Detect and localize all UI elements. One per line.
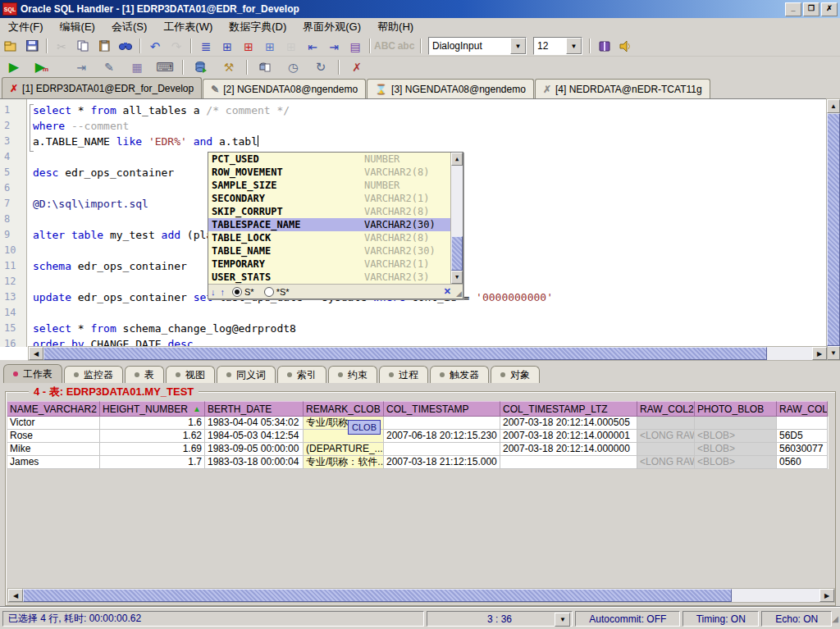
result-tab[interactable]: 视图 (166, 366, 215, 383)
table-cell[interactable]: <LONG RAW> (637, 430, 695, 443)
table-row[interactable]: James1.71983-03-18 00:00:04专业/职称：软件...20… (7, 456, 829, 469)
table-cell[interactable]: 专业/职称：软件... (304, 456, 384, 469)
menu-item[interactable]: 文件(F) (0, 18, 52, 36)
code-line[interactable]: a.TABLE_NAME like 'EDR%' and a.tabl (33, 134, 820, 149)
minimize-button[interactable]: _ (785, 2, 801, 16)
caret-position-combo[interactable]: 3 : 36 ▼ (427, 611, 573, 627)
editor-vertical-scrollbar[interactable]: ▲ ▼ (826, 98, 840, 361)
list-button[interactable]: ▤ (345, 38, 365, 54)
hourglass-icon[interactable]: ⌛ (375, 84, 387, 95)
refresh-grid-button[interactable]: ↻ (311, 59, 331, 75)
table-cell[interactable]: 56D5 (777, 430, 828, 443)
indent-left-button[interactable]: ⇤ (303, 38, 322, 54)
autocomplete-item[interactable]: TABLE_NAMEVARCHAR2(30) (208, 244, 451, 258)
autocomplete-item[interactable]: TABLE_LOCKVARCHAR2(8) (208, 231, 451, 244)
table-cell[interactable]: <BLOB> (695, 430, 777, 443)
maximize-button[interactable]: ❐ (803, 2, 819, 16)
column-header[interactable]: COL_TIMESTAMP_LTZ (500, 401, 637, 417)
console-window-button[interactable]: ⌨ (155, 59, 175, 75)
run-script-button[interactable]: ▶m (32, 59, 52, 75)
indent-right-button[interactable]: ⇥ (324, 38, 344, 54)
table-cell[interactable]: <BLOB> (695, 456, 777, 469)
menu-item[interactable]: 工作表(W) (155, 18, 221, 36)
column-header[interactable]: NAME_VARCHAR2 (7, 401, 100, 417)
code-line[interactable] (33, 305, 820, 321)
timing-status[interactable]: Timing: ON (682, 611, 759, 627)
code-line[interactable]: select * from schema_change_log@edrprodt… (33, 321, 820, 336)
table-cell[interactable] (777, 417, 828, 430)
column-header[interactable]: HEIGHT_NUMBER▲ (100, 401, 205, 417)
table-cell[interactable]: <BLOB> (695, 443, 777, 456)
table-row[interactable]: Rose1.621984-05-03 04:12:542007-06-18 20… (7, 430, 829, 443)
lowercase-button[interactable]: abc (396, 38, 416, 54)
result-tab[interactable]: 监控器 (64, 366, 123, 383)
popup-resize-grip[interactable]: ◢ (456, 289, 462, 298)
table-cell[interactable]: 1.62 (100, 430, 205, 443)
table-cell[interactable]: 2007-03-18 21:12:15.000 (384, 456, 500, 469)
autocommit-status[interactable]: Autocommit: OFF (575, 611, 680, 627)
delete-row-button[interactable]: ⊞ (239, 38, 258, 54)
menu-item[interactable]: 帮助(H) (369, 18, 422, 36)
scroll-down-icon[interactable]: ▼ (827, 346, 840, 360)
save-button[interactable] (22, 38, 42, 54)
table-cell[interactable] (637, 443, 695, 456)
close-red-icon[interactable]: ✗ (10, 83, 18, 94)
table-cell[interactable]: 56030077 (777, 443, 828, 456)
menu-item[interactable]: 数据字典(D) (221, 18, 294, 36)
uppercase-button[interactable]: ABC (375, 38, 395, 54)
table-cell[interactable]: 2007-03-18 20:12:14.000505 (500, 417, 637, 430)
table-cell[interactable]: (DEPARTURE_... (304, 443, 384, 456)
table-cell[interactable]: 1983-09-05 00:00:00 (205, 443, 304, 456)
session-tab[interactable]: ✎[2] NGENDATA08@ngendemo (203, 79, 366, 98)
close-worksheet-button[interactable]: ✗ (347, 59, 367, 75)
result-tab[interactable]: 约束 (328, 366, 377, 383)
session-tab[interactable]: ⌛[3] NGENDATA08@ngendemo (367, 79, 534, 98)
match-prefix-radio[interactable]: S* (232, 287, 254, 297)
autocomplete-item[interactable]: SECONDARYVARCHAR2(1) (208, 192, 451, 205)
cut-button[interactable]: ✂ (52, 38, 71, 54)
result-tab[interactable]: 对象 (491, 366, 540, 383)
session-tab[interactable]: ✗[4] NEDRDATA@nEDR-TCAT11g (535, 79, 710, 98)
table-cell[interactable]: 2007-06-18 20:12:15.230 (384, 430, 500, 443)
insert-col-button[interactable]: ⊞ (260, 38, 280, 54)
code-line[interactable]: where --comment (33, 118, 820, 134)
move-down-icon[interactable]: ↓ (211, 287, 216, 297)
copy-database-button[interactable] (255, 59, 275, 75)
table-row[interactable]: Victor1.61983-04-04 05:34:02专业/职称2007-03… (7, 417, 829, 430)
table-cell[interactable]: 1984-05-03 04:12:54 (205, 430, 304, 443)
tools-button[interactable]: ⚒ (219, 59, 239, 75)
table-cell[interactable]: 2007-03-18 20:12:14.000000 (500, 443, 637, 456)
table-cell[interactable]: Mike (7, 443, 100, 456)
table-cell[interactable]: Victor (7, 417, 100, 430)
database-connect-button[interactable] (191, 59, 211, 75)
column-header[interactable]: COL_TIMESTAMP (384, 401, 500, 417)
autocomplete-scrollbar[interactable]: ▲ ▼ (450, 153, 463, 284)
column-header[interactable]: REMARK_CLOB (304, 401, 384, 417)
insert-row-button[interactable]: ⊞ (217, 38, 237, 54)
table-cell[interactable]: 1.69 (100, 443, 205, 456)
table-cell[interactable]: 2007-03-18 20:12:14.000001 (500, 430, 637, 443)
match-contains-radio[interactable]: *S* (264, 287, 290, 297)
move-up-icon[interactable]: ↑ (221, 287, 226, 297)
column-header[interactable]: RAW_COL2 (637, 401, 695, 417)
autocomplete-item[interactable]: PCT_USEDNUMBER (208, 153, 451, 166)
table-cell[interactable] (500, 456, 637, 469)
close-popup-icon[interactable]: ✕ (444, 286, 451, 297)
editor-hscroll-thumb[interactable] (43, 347, 767, 360)
table-cell[interactable]: 1.6 (100, 417, 205, 430)
open-button[interactable] (1, 38, 21, 54)
autocomplete-item[interactable]: TABLESPACE_NAMEVARCHAR2(30) (208, 218, 451, 231)
autocomplete-item[interactable]: TEMPORARYVARCHAR2(1) (208, 258, 451, 271)
close-button[interactable]: ✗ (821, 2, 838, 16)
font-size-combo[interactable]: 12▼ (533, 37, 582, 55)
result-tab[interactable]: 索引 (277, 366, 326, 383)
speaker-button[interactable] (616, 38, 636, 54)
column-header[interactable]: BERTH_DATE (205, 401, 304, 417)
grid-hscroll-thumb[interactable] (23, 589, 732, 602)
send-to-worksheet-button[interactable]: ⇥ (71, 59, 91, 75)
session-tab[interactable]: ✗[1] EDRP3DATA01@EDR_for_Develop (2, 77, 202, 98)
menu-item[interactable]: 界面外观(G) (294, 18, 369, 36)
autocomplete-item[interactable]: SKIP_CORRUPTVARCHAR2(8) (208, 205, 451, 218)
result-tab[interactable]: 触发器 (430, 366, 489, 383)
redo-button[interactable]: ↷ (167, 38, 186, 54)
